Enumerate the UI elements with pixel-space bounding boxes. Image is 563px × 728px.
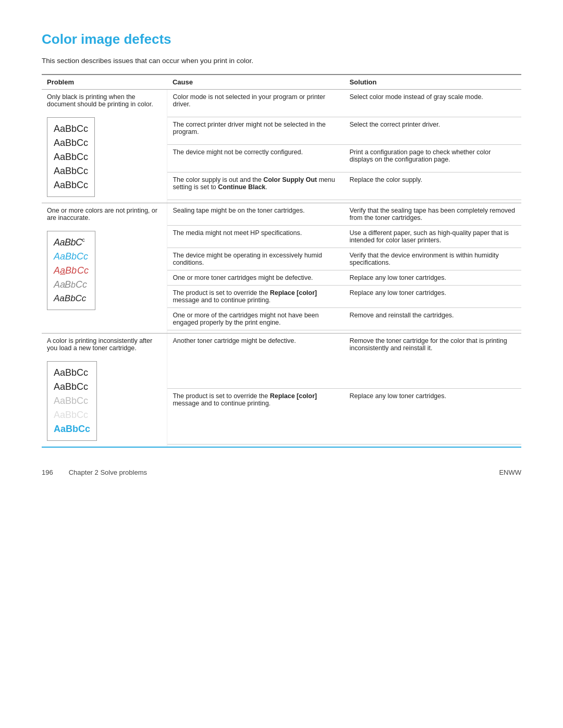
cause-cell: Sealing tape might be on the toner cartr… — [167, 203, 345, 226]
cause-cell: The device might not be correctly config… — [167, 145, 345, 172]
table-row: Only black is printing when the document… — [42, 90, 521, 117]
sample-box-3: AaBbCc AaBbCc AaBbCc AaBbCc AaBbCc — [47, 361, 97, 441]
solution-cell: Use a different paper, such as high-qual… — [344, 226, 521, 248]
problem-text-2: One or more colors are not printing, or … — [47, 207, 157, 221]
cause-cell: The media might not meet HP specificatio… — [167, 226, 345, 248]
cause-cell: The product is set to override the Repla… — [167, 286, 345, 308]
sample-box-1: AaBbCc AaBbCc AaBbCc AaBbCc AaBbCc — [47, 117, 95, 197]
solution-cell: Remove the toner cartridge for the color… — [344, 334, 521, 389]
solution-cell: Replace the color supply. — [344, 172, 521, 200]
cause-cell: The device might be operating in excessi… — [167, 248, 345, 270]
table-row: One or more colors are not printing, or … — [42, 203, 521, 226]
solution-cell: Remove and reinstall the cartridges. — [344, 308, 521, 330]
footer-chapter: Chapter 2 Solve problems — [69, 468, 147, 476]
footer-left: 196 Chapter 2 Solve problems — [42, 468, 147, 476]
solution-cell: Verify that the sealing tape has been co… — [344, 203, 521, 226]
footer: 196 Chapter 2 Solve problems ENWW — [42, 468, 521, 476]
solution-cell: Select the correct printer driver. — [344, 117, 521, 145]
col-header-solution: Solution — [344, 75, 521, 90]
solution-cell: Replace any low toner cartridges. — [344, 270, 521, 286]
footer-page-number: 196 — [42, 468, 53, 476]
solution-cell: Select color mode instead of gray scale … — [344, 90, 521, 117]
main-table: Problem Cause Solution Only black is pri… — [42, 74, 521, 448]
intro-text: This section describes issues that can o… — [42, 57, 521, 65]
table-row: A color is printing inconsistently after… — [42, 334, 521, 389]
page-title: Color image defects — [42, 31, 521, 47]
solution-cell: Replace any low toner cartridges. — [344, 389, 521, 444]
solution-cell: Print a configuration page to check whet… — [344, 145, 521, 172]
problem-text-1: Only black is printing when the document… — [47, 93, 153, 108]
cause-cell: Another toner cartridge might be defecti… — [167, 334, 345, 389]
sample-box-2: AaBbCc AaBbCc AaBbCc AaBbCc AaBbCc — [47, 231, 95, 310]
col-header-cause: Cause — [167, 75, 345, 90]
solution-cell: Verify that the device environment is wi… — [344, 248, 521, 270]
footer-locale: ENWW — [499, 468, 521, 476]
cause-cell: One or more toner cartridges might be de… — [167, 270, 345, 286]
cause-cell: The product is set to override the Repla… — [167, 389, 345, 444]
cause-cell: The color supply is out and the Color Su… — [167, 172, 345, 200]
cause-cell: The correct printer driver might not be … — [167, 117, 345, 145]
col-header-problem: Problem — [42, 75, 167, 90]
cause-cell: Color mode is not selected in your progr… — [167, 90, 345, 117]
problem-text-3: A color is printing inconsistently after… — [47, 337, 152, 352]
solution-cell: Replace any low toner cartridges. — [344, 286, 521, 308]
cause-cell: One or more of the cartridges might not … — [167, 308, 345, 330]
